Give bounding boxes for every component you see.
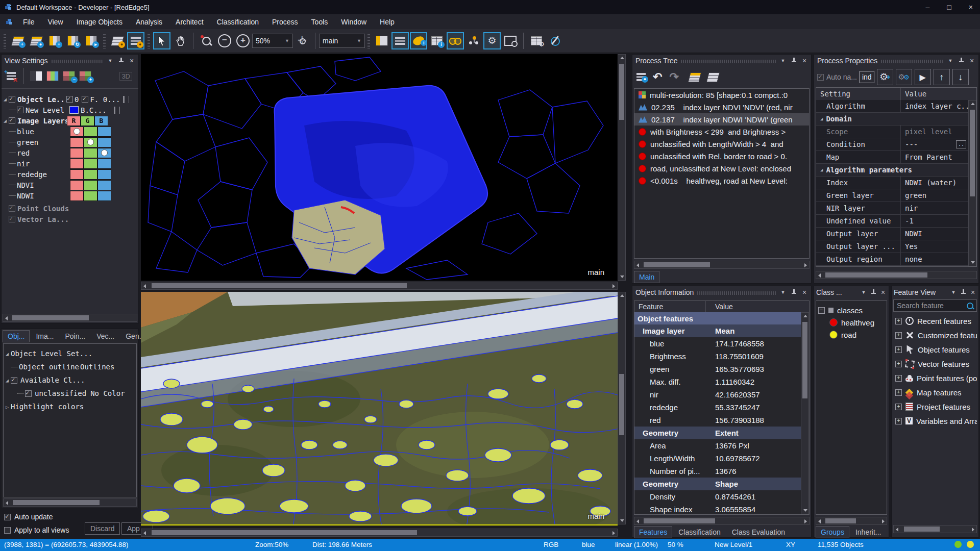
close-icon[interactable]: × (969, 289, 976, 296)
feature-row[interactable]: Brightness 118.75501609 (634, 350, 801, 363)
class-panel-tab[interactable]: Groups (816, 526, 849, 538)
close-button[interactable]: × (969, 3, 973, 11)
unclassified-checkbox[interactable] (25, 390, 32, 397)
tree-row-new-level[interactable]: New Level B.C... (2, 105, 138, 115)
3d-view-button[interactable]: 3D (119, 72, 132, 81)
zoom-region-button[interactable] (198, 32, 215, 49)
expander-icon[interactable]: ◢ (2, 96, 9, 102)
scrollbar-thumb[interactable] (644, 262, 710, 267)
scroll-down-icon[interactable] (803, 509, 807, 512)
blue-channel-cell[interactable] (97, 127, 111, 137)
expand-icon[interactable]: + (895, 404, 902, 410)
scroll-left-icon[interactable] (818, 273, 821, 278)
process-tree-tab-main[interactable]: Main (634, 271, 659, 283)
feature-row[interactable]: green 165.35770693 (634, 363, 801, 375)
property-row[interactable]: Scope pixel level (816, 126, 968, 138)
scrollbar-thumb[interactable] (825, 272, 927, 278)
previous-layer-mix-button[interactable]: − (61, 68, 77, 84)
index-mode-box[interactable]: ind (860, 71, 874, 83)
execute-button[interactable]: ▶ (915, 69, 931, 85)
pin-icon[interactable] (958, 57, 965, 64)
red-channel-cell[interactable] (70, 137, 84, 147)
green-channel-cell[interactable] (84, 148, 97, 158)
classes-root-row[interactable]: − classes (818, 304, 885, 316)
compare-view-button[interactable] (502, 32, 519, 49)
green-channel-cell[interactable] (84, 169, 97, 180)
green-channel-cell[interactable] (84, 159, 97, 169)
scroll-up-icon[interactable] (620, 294, 624, 297)
menu-item[interactable]: Process (265, 16, 305, 28)
save-workspace-button[interactable]: ● (28, 32, 45, 49)
blue-channel-cell[interactable] (97, 191, 111, 201)
toolbar-grip[interactable] (148, 33, 150, 48)
scrollbar-thumb[interactable] (802, 322, 807, 398)
horizontal-scrollbar[interactable] (816, 517, 887, 525)
scroll-right-icon[interactable] (882, 519, 885, 523)
scroll-right-icon[interactable] (612, 531, 615, 535)
property-row[interactable]: Output layer ... Yes (816, 240, 968, 253)
new-workspace-button[interactable]: + (9, 32, 27, 49)
tree-row-object-outline[interactable]: Object outline Outlines (4, 360, 136, 373)
expand-icon[interactable]: + (895, 332, 902, 339)
red-channel-cell[interactable] (70, 148, 84, 158)
feature-row[interactable]: Image layer Mean (634, 324, 801, 337)
feature-row[interactable]: Max. diff. 1.11160342 (634, 375, 801, 388)
scrollbar-thumb[interactable] (619, 374, 624, 435)
expander-icon[interactable]: ◢ (2, 118, 9, 123)
scroll-up-icon[interactable] (971, 103, 975, 105)
property-value[interactable]: ---.. (901, 140, 968, 148)
menu-item[interactable]: Tools (305, 16, 335, 28)
expand-icon[interactable]: + (895, 375, 902, 382)
collapse-icon[interactable]: − (818, 307, 825, 314)
execute-processes-icon[interactable] (688, 72, 702, 82)
scrollbar-thumb[interactable] (12, 315, 89, 320)
red-channel-cell[interactable] (70, 191, 84, 201)
scrollbar-thumb[interactable] (970, 110, 975, 196)
view-settings-toggle-button[interactable]: ● (127, 32, 144, 49)
property-row[interactable]: Domain (816, 113, 968, 126)
refresh-gears-button[interactable]: ⚙⚙ (896, 69, 912, 85)
horizontal-scrollbar[interactable] (816, 271, 977, 279)
edit-image-layer-button[interactable] (546, 32, 564, 49)
feature-group-row[interactable]: + Variables and Arra (893, 414, 977, 428)
expand-icon[interactable]: + (895, 418, 902, 424)
scroll-down-icon[interactable] (620, 519, 624, 522)
property-row[interactable]: Output layer NDWI (816, 228, 968, 240)
next-layer-mix-button[interactable]: + (78, 68, 93, 84)
expander-icon[interactable]: ◢ (4, 351, 11, 357)
point-clouds-checkbox[interactable] (9, 205, 15, 212)
feature-row[interactable]: red 156.73903188 (634, 414, 801, 427)
load-ruleset-button[interactable]: ● (109, 32, 126, 49)
available-classes-checkbox[interactable] (11, 377, 17, 384)
property-value[interactable]: NDWI (901, 230, 968, 238)
close-icon[interactable]: × (128, 57, 135, 64)
panel-menu-caret-icon[interactable]: ▼ (779, 290, 787, 295)
blue-channel-cell[interactable] (97, 159, 111, 169)
view-samples-button[interactable]: i (428, 32, 446, 49)
image-layer-row[interactable]: green (2, 137, 138, 147)
feature-group-row[interactable]: + Object features (893, 342, 977, 357)
toolbar-grip[interactable] (368, 33, 370, 48)
view-transparency-button[interactable] (447, 32, 464, 49)
object-information-tab[interactable]: Classification (673, 526, 725, 538)
scroll-up-icon[interactable] (620, 57, 624, 59)
panel-menu-caret-icon[interactable]: ▼ (950, 290, 957, 295)
object-outline-value[interactable]: Outlines (80, 363, 114, 371)
process-row[interactable]: 02.235 index layer NDVI 'NDVI' (red, nir (634, 101, 809, 113)
navigate-tool-button[interactable] (293, 32, 311, 49)
panel-menu-caret-icon[interactable]: ▼ (779, 58, 787, 63)
blue-channel-cell[interactable] (97, 180, 111, 190)
property-row[interactable]: Condition ---.. (816, 138, 968, 151)
pin-icon[interactable] (790, 57, 797, 64)
property-value[interactable]: green (901, 191, 968, 199)
menu-item[interactable]: Analysis (129, 16, 169, 28)
cursor-tool-button[interactable] (153, 32, 170, 49)
toolbar-grip[interactable] (103, 33, 106, 48)
object-information-tab[interactable]: Class Evaluation (727, 526, 790, 538)
column-header-value[interactable]: Value (901, 90, 976, 98)
auto-name-checkbox[interactable] (817, 74, 824, 81)
three-layer-mix-button[interactable] (45, 68, 60, 84)
feature-group-row[interactable]: + Vector features (893, 357, 977, 371)
open-project-button[interactable]: ▸ (83, 32, 100, 49)
panel-menu-caret-icon[interactable]: ▼ (860, 290, 867, 295)
